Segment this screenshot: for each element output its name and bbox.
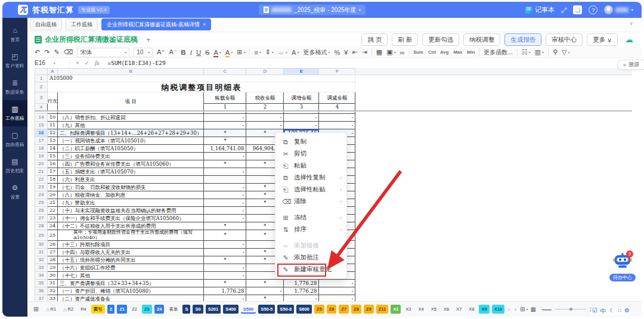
merge-cells-icon[interactable]: ▦ [371, 48, 382, 56]
cell-B20[interactable]: （四）广告费和业务宣传费支出（填写A105060） [58, 160, 204, 168]
column-header-B[interactable]: B [58, 69, 204, 75]
sheet-tab-Z9[interactable]: Z9 [364, 305, 374, 314]
sheet-tab-S500[interactable]: S500 [241, 305, 256, 314]
sheet-tab-X5[interactable]: X5 [429, 305, 439, 314]
row-header-28[interactable]: 28 [35, 222, 48, 230]
cell-A31[interactable]: 27 [48, 249, 58, 256]
cell-C30[interactable]: - [204, 241, 246, 249]
status-gear-icon[interactable]: ⚙ [624, 307, 630, 315]
row-header-32[interactable]: 32 [35, 256, 48, 264]
sheet-tab-Z4[interactable]: Z4 [154, 305, 165, 314]
cell-D36[interactable]: - [246, 287, 284, 295]
user-menu[interactable]: ▾ [604, 5, 633, 14]
cell-B24[interactable]: （八）税收滞纳金、加收利息 [58, 191, 204, 199]
status-dots-icon[interactable]: ∷ [618, 307, 621, 315]
cell-C19[interactable]: - [204, 153, 246, 160]
cell-C24[interactable]: - [204, 191, 246, 199]
fill-color-icon[interactable]: A▾ [225, 49, 233, 56]
status-moon-icon[interactable]: ☾ [609, 307, 615, 315]
strikethrough-icon[interactable]: S [205, 49, 209, 56]
decrease-decimal-icon[interactable]: ⇤ [352, 48, 357, 56]
sheet-tab-X8[interactable]: X8 [466, 305, 476, 314]
cell-A15[interactable]: 11 [48, 122, 58, 129]
sheet-tab-S0[interactable]: S0 [193, 305, 203, 314]
cell-C36[interactable]: 1,776.28 [204, 287, 246, 295]
context-menu-item-new-review-opinion[interactable]: ✎新建审核意见 [275, 264, 346, 275]
context-menu-item-add-comment[interactable]: ✎添加批注 [275, 252, 346, 264]
sheet-tab-S50-8[interactable]: S50-8 [277, 305, 294, 314]
cell-A18[interactable]: 14 [48, 145, 58, 153]
sheet-list-icon[interactable]: ⊞ [33, 305, 39, 313]
row-header-35[interactable]: 35 [35, 280, 48, 287]
row-header-37[interactable]: 37 [35, 295, 48, 301]
cell-C37[interactable]: - [204, 295, 246, 301]
cell-C35[interactable]: * [204, 280, 246, 287]
cell-A33[interactable]: 29 [48, 264, 58, 272]
cell-F36[interactable]: - [319, 287, 355, 295]
sheet-tab-S[interactable]: S [182, 305, 190, 314]
context-menu-item-cut[interactable]: ✂剪切 [275, 148, 346, 160]
filter-icon[interactable]: ▽▾ [562, 48, 569, 56]
cell-C15[interactable]: - [204, 122, 246, 129]
sheet-tab-S50-5[interactable]: S50-5 [258, 305, 275, 314]
max-button[interactable]: Max [453, 49, 462, 55]
cell-E37[interactable]: - [284, 295, 319, 301]
cell-A27[interactable]: 23 [48, 215, 58, 222]
sidebar-item-customers[interactable]: ◰客户资料 [2, 48, 27, 74]
todo-center-widget[interactable]: 3 待办中心 [609, 253, 636, 281]
row-header-3[interactable]: 3 [35, 92, 48, 104]
cell-A30[interactable]: 26 [48, 241, 58, 249]
cell-B34[interactable]: （十七）其他 [58, 272, 204, 280]
row-header-36[interactable]: 36 [35, 287, 48, 295]
row-header-19[interactable]: 19 [35, 153, 48, 160]
review-center-button[interactable]: 审核中心 [546, 33, 583, 46]
row-header-15[interactable]: 15 [35, 122, 48, 129]
sheet-tab-Z6[interactable]: Z6 [327, 305, 337, 314]
context-menu-item-copy-special[interactable]: ⧉选择性复制› [275, 172, 346, 184]
cell-A20[interactable]: 16 [48, 160, 58, 168]
cell-E36[interactable]: 1,776.28 [284, 287, 319, 295]
row-header-21[interactable]: 21 [35, 168, 48, 176]
sidebar-item-settings[interactable]: ⚙设置 [2, 179, 27, 205]
row-header-26[interactable]: 26 [35, 207, 48, 215]
jump-page-button[interactable]: 跳 页 [361, 33, 388, 46]
cell-A28[interactable]: 24 [48, 222, 58, 230]
workspace-tab-free-draft[interactable]: 自由底稿 [30, 18, 62, 30]
font-smaller-icon[interactable]: A⁻ [169, 48, 177, 56]
sheet-tab-表单[interactable]: 表单 [166, 305, 180, 314]
row-tools-icon[interactable]: ☷▾ [517, 48, 531, 56]
cell-F35[interactable]: - [319, 280, 355, 287]
sidebar-item-data-collection[interactable]: ≣数据采集 [2, 74, 27, 100]
text-wrap-icon[interactable]: ⇔▾ [278, 49, 287, 56]
help-icon[interactable]: ? [589, 5, 597, 14]
cell-A19[interactable]: 15 [48, 153, 58, 160]
header-line-no[interactable]: 行次 [48, 92, 58, 111]
cell-B23[interactable]: （七）罚金、罚款和被没收财物的损失 [58, 184, 204, 191]
confirm-icon[interactable]: ✓ [85, 60, 89, 66]
cell-C27[interactable]: - [204, 215, 246, 222]
cell-C28[interactable]: * [204, 222, 246, 230]
insert-image-icon[interactable]: ▣▾ [386, 48, 395, 56]
update-checks-button[interactable]: 更新勾选 [422, 33, 459, 46]
corner-cell[interactable] [35, 69, 48, 75]
cell-D15[interactable]: - [246, 122, 284, 129]
cell-A24[interactable]: 20 [48, 191, 58, 199]
row-header-16[interactable]: 16 [35, 129, 48, 137]
cloud-sync-icon[interactable]: ☁ [625, 35, 633, 44]
generate-report-button[interactable]: 生成报告 [504, 33, 541, 46]
cell-A35[interactable]: 31 [48, 280, 58, 287]
cell-C26[interactable]: - [204, 207, 246, 215]
cell-B26[interactable]: （十）与未实现融资收益相关在当期确认的财务费用 [58, 207, 204, 215]
column-header-F[interactable]: F [319, 69, 355, 75]
table-title-cell[interactable]: 纳税调整项目明细表 [48, 82, 355, 92]
sidebar-item-history-archive[interactable]: ▤历史档案 [2, 153, 27, 179]
cell-B37[interactable]: （二）资产减值准备金 [58, 295, 204, 301]
formula-input[interactable]: =SUM(E18:E34)-E29 [107, 60, 165, 66]
row-header-24[interactable]: 24 [35, 191, 48, 199]
cell-B19[interactable]: （三）业务招待费支出 [58, 153, 204, 160]
cell-C16[interactable]: * [204, 129, 246, 137]
sidebar-item-home[interactable]: ⌂首页 [2, 21, 27, 48]
cell-C18[interactable]: 1,164,741.08 [204, 145, 246, 153]
cell-C33[interactable]: - [204, 264, 246, 272]
sheet-tab-Z1[interactable]: Z1 [117, 305, 127, 314]
